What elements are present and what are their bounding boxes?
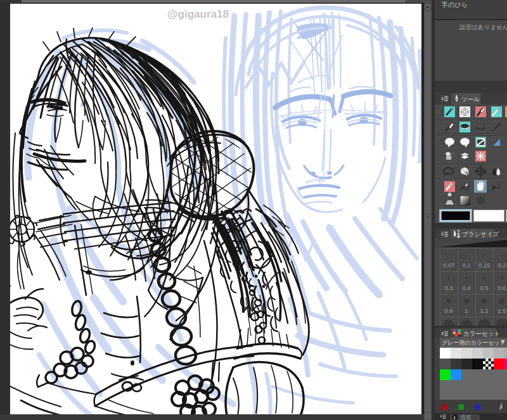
svg-text:ブラシサイズ: ブラシサイズ — [462, 231, 499, 238]
svg-text:0.8: 0.8 — [444, 307, 452, 314]
svg-text:0.07: 0.07 — [443, 262, 455, 269]
svg-text:1.5: 1.5 — [497, 307, 506, 314]
svg-text:1.2: 1.2 — [480, 307, 488, 314]
svg-text:情報: 情報 — [459, 414, 472, 420]
svg-text:0.15: 0.15 — [478, 262, 491, 269]
svg-text:カラーセット: カラーセット — [463, 330, 500, 337]
svg-text:0.5: 0.5 — [480, 284, 488, 291]
svg-text:0.6: 0.6 — [497, 284, 506, 291]
svg-text:0.2: 0.2 — [497, 262, 506, 269]
svg-text:1: 1 — [465, 307, 468, 314]
svg-text:@gigaura18: @gigaura18 — [167, 8, 229, 20]
svg-text:0.1: 0.1 — [462, 262, 470, 269]
svg-text:グレー用のカラーセット: グレー用のカラーセット — [442, 340, 506, 346]
svg-text:i: i — [454, 415, 455, 420]
svg-text:ツール: ツール — [461, 96, 480, 103]
svg-text:0.3: 0.3 — [444, 284, 452, 291]
svg-text:0.4: 0.4 — [462, 284, 470, 291]
